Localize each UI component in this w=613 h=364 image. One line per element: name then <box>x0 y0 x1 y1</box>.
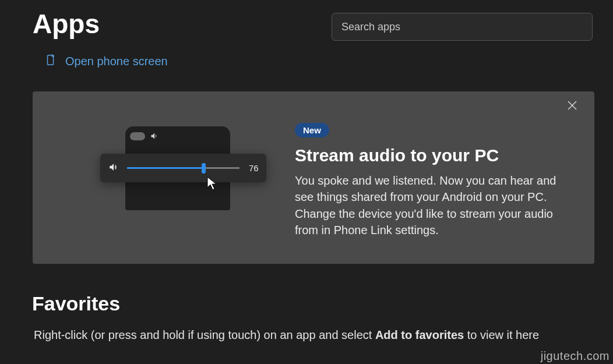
favorites-heading: Favorites <box>32 292 120 315</box>
card-illustration: 76 <box>33 91 266 264</box>
mouse-cursor-icon <box>206 176 218 193</box>
phone-pill-icon <box>130 132 145 140</box>
card-title: Stream audio to your PC <box>295 146 564 165</box>
search-input[interactable] <box>332 13 593 41</box>
volume-value: 76 <box>249 163 259 173</box>
volume-slider-thumb[interactable] <box>202 163 206 174</box>
favorites-hint: Right-click (or press and hold if using … <box>34 328 539 342</box>
card-content: New Stream audio to your PC You spoke an… <box>266 117 594 239</box>
stream-audio-card: 76 New Stream audio to your PC You spoke… <box>33 91 594 264</box>
close-icon <box>568 101 577 112</box>
speaker-small-icon <box>150 132 158 143</box>
volume-slider[interactable] <box>127 167 239 169</box>
watermark-text: jigutech.com <box>541 349 610 363</box>
favorites-hint-pre: Right-click (or press and hold if using … <box>34 328 375 341</box>
favorites-hint-bold: Add to favorites <box>375 328 464 341</box>
volume-popup: 76 <box>100 154 266 182</box>
phone-icon <box>44 54 57 69</box>
open-phone-screen-label: Open phone screen <box>65 55 168 68</box>
new-badge: New <box>295 123 329 137</box>
card-body-text: You spoke and we listened. Now you can h… <box>295 172 564 239</box>
open-phone-screen-link[interactable]: Open phone screen <box>44 54 168 69</box>
close-button[interactable] <box>565 100 579 114</box>
speaker-icon <box>108 162 119 175</box>
favorites-hint-post: to view it here <box>464 328 539 341</box>
volume-slider-fill <box>127 167 203 169</box>
